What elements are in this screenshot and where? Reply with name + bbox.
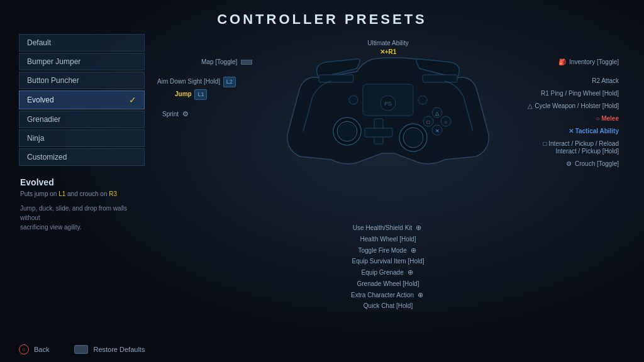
sprint-label: Sprint ⚙: [162, 109, 189, 119]
r1-ping-label: R1 Ping / Ping Wheel [Hold]: [541, 89, 619, 98]
equip-survival-row: Equip Survival Item [Hold]: [352, 256, 424, 266]
back-button[interactable]: ○ Back: [19, 344, 49, 354]
description-body: Jump, duck, slide, and drop from walls w…: [20, 204, 143, 232]
ultimate-ability-label: Ultimate Ability ✕+R1: [367, 39, 409, 57]
active-checkmark: ✓: [129, 95, 136, 105]
preset-item-customized[interactable]: Customized: [19, 148, 145, 166]
dpad-up-icon: ⊕: [416, 224, 421, 231]
footer: ○ Back Restore Defaults: [19, 344, 625, 354]
restore-defaults-button[interactable]: Restore Defaults: [74, 345, 145, 354]
svg-rect-0: [319, 75, 353, 82]
r3-badge: R3: [109, 190, 117, 197]
dpad-down-icon: ⊕: [418, 291, 423, 299]
svg-text:△: △: [435, 111, 440, 116]
r3-icon: ⚙: [566, 160, 572, 167]
svg-text:□: □: [427, 119, 430, 125]
svg-rect-1: [423, 75, 457, 82]
sprint-icon: ⚙: [182, 110, 189, 118]
description-title: Evolved: [20, 177, 143, 187]
l2-badge: L2: [223, 77, 236, 87]
svg-point-8: [403, 128, 423, 148]
tactical-ability-label: ✕ Tactical Ability: [569, 127, 619, 136]
restore-icon: [74, 345, 88, 354]
crouch-label: ⚙ Crouch [Toggle]: [566, 160, 619, 168]
equip-grenade-row: Equip Grenade ⊕: [361, 267, 414, 278]
dpad-right-icon: ⊕: [408, 268, 413, 276]
preset-item-grenadier[interactable]: Grenadier: [19, 111, 145, 128]
svg-text:PS: PS: [384, 101, 392, 107]
svg-point-4: [418, 96, 427, 104]
quick-chat-row: Quick Chat [Hold]: [364, 301, 413, 310]
l1-label-badge: L1: [194, 89, 207, 100]
jump-label: Jump L1: [175, 89, 207, 100]
grenade-wheel-row: Grenade Wheel [Hold]: [357, 279, 419, 288]
toggle-fire-row: Toggle Fire Mode ⊕: [358, 245, 418, 256]
preset-item-default[interactable]: Default: [19, 34, 145, 52]
interact-hold-label: Interact / Pickup [Hold]: [555, 147, 619, 156]
description-subtitle: Puts jump on L1 and crouch on R3: [20, 190, 143, 199]
left-panel: Default Bumper Jumper Button Puncher Evo…: [19, 34, 145, 323]
controller-image: △ ○ ✕ □ PS: [281, 40, 495, 191]
svg-rect-10: [365, 128, 392, 137]
bottom-labels: Use Health/Shield Kit ⊕ Health Wheel [Ho…: [151, 222, 625, 310]
map-label: Map [Toggle]: [201, 58, 252, 67]
svg-text:○: ○: [445, 119, 448, 125]
svg-point-3: [349, 96, 358, 104]
dpad-left-icon: ⊕: [411, 246, 416, 254]
cycle-weapon-label: △ Cycle Weapon / Holster [Hold]: [528, 102, 619, 111]
preset-item-ninja[interactable]: Ninja: [19, 129, 145, 147]
right-panel: △ ○ ✕ □ PS Ultimate Ability ✕+R1: [151, 34, 625, 323]
extra-char-action-row: Extra Character Action ⊕: [351, 290, 425, 300]
inventory-icon: 🎒: [558, 58, 566, 65]
health-wheel-row: Health Wheel [Hold]: [360, 234, 416, 244]
melee-label: ○ Melee: [596, 114, 619, 123]
preset-item-bumper-jumper[interactable]: Bumper Jumper: [19, 53, 145, 70]
page-title: CONTROLLER PRESETS: [0, 11, 644, 28]
aim-down-sight-label: Aim Down Sight [Hold] L2: [157, 77, 236, 87]
r2-attack-label: R2 Attack: [592, 77, 619, 85]
inventory-label: 🎒 Inventory [Toggle]: [558, 58, 619, 67]
title-bar: CONTROLLER PRESETS: [0, 0, 644, 34]
l1-badge: L1: [58, 190, 65, 197]
back-icon: ○: [19, 344, 29, 354]
svg-text:✕: ✕: [435, 128, 440, 134]
description-panel: Evolved Puts jump on L1 and crouch on R3…: [19, 177, 145, 232]
preset-list: Default Bumper Jumper Button Puncher Evo…: [19, 34, 145, 166]
preset-item-button-puncher[interactable]: Button Puncher: [19, 72, 145, 89]
controller-svg: △ ○ ✕ □ PS: [281, 40, 495, 191]
preset-item-evolved[interactable]: Evolved ✓: [19, 90, 145, 109]
svg-point-6: [337, 121, 357, 141]
health-kit-row: Use Health/Shield Kit ⊕: [353, 222, 423, 233]
